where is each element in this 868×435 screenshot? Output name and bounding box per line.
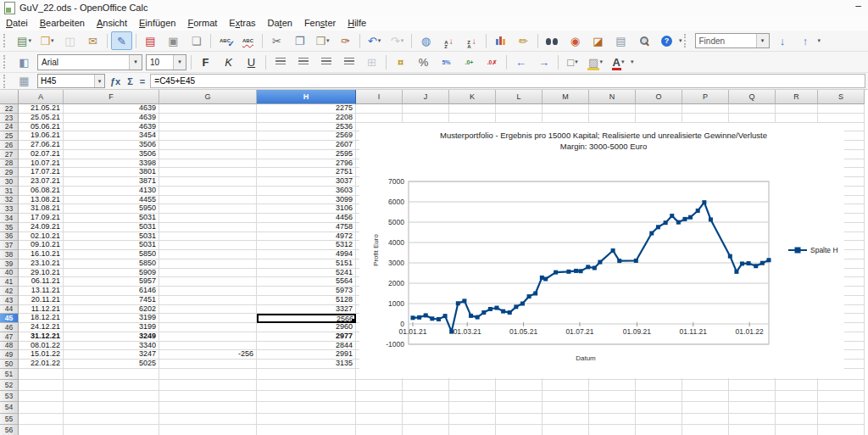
cell-G24[interactable] xyxy=(159,123,257,132)
column-header-J[interactable]: J xyxy=(403,90,449,104)
cell-G34[interactable] xyxy=(159,214,257,223)
cell-G29[interactable] xyxy=(159,168,257,177)
cell-K23[interactable] xyxy=(449,114,496,123)
column-header-G[interactable]: G xyxy=(159,90,257,104)
column-header-A[interactable]: A xyxy=(19,90,64,104)
cell-F51[interactable] xyxy=(64,369,159,380)
navigator-button[interactable]: ◉ xyxy=(565,31,586,50)
cell-S54[interactable] xyxy=(818,402,865,413)
cell-F54[interactable] xyxy=(64,402,159,413)
font-size-dropdown-icon[interactable]: ▾ xyxy=(173,55,186,70)
cell-Q54[interactable] xyxy=(729,402,776,413)
cell-H50[interactable]: 3135 xyxy=(257,360,356,369)
cell-H39[interactable]: 5151 xyxy=(257,259,356,269)
cell-G25[interactable] xyxy=(159,131,257,141)
column-header-R[interactable]: R xyxy=(776,90,818,104)
cell-F41[interactable]: 5957 xyxy=(64,277,159,287)
styles-and-formatting-button[interactable]: ◧ xyxy=(14,53,35,71)
find-next-button[interactable]: ↓ xyxy=(772,31,793,50)
cell-M23[interactable] xyxy=(542,114,589,123)
cell-Q23[interactable] xyxy=(729,114,776,123)
cell-G49[interactable]: -256 xyxy=(159,350,257,360)
column-header-L[interactable]: L xyxy=(496,90,542,104)
cell-H40[interactable]: 5241 xyxy=(257,269,356,278)
cell-A43[interactable]: 20.11.21 xyxy=(19,296,64,305)
cell-H37[interactable]: 5312 xyxy=(257,241,356,250)
autospellcheck-button[interactable]: ABC xyxy=(237,31,259,50)
cell-F45[interactable]: 3199 xyxy=(64,314,159,323)
increase-indent-button[interactable]: → xyxy=(533,53,554,71)
cell-G52[interactable] xyxy=(159,380,257,391)
paste-button[interactable]: ❒▾ xyxy=(312,31,333,50)
font-color-button[interactable]: A▾ xyxy=(608,53,629,71)
cell-H26[interactable]: 2607 xyxy=(257,141,356,150)
cell-I53[interactable] xyxy=(356,391,403,402)
cell-N23[interactable] xyxy=(589,114,636,123)
cell-A31[interactable]: 06.08.21 xyxy=(19,187,64,196)
cell-J22[interactable] xyxy=(403,104,449,114)
row-header-28[interactable]: 28 xyxy=(0,159,19,169)
row-header-35[interactable]: 35 xyxy=(0,223,19,232)
cell-H27[interactable]: 2595 xyxy=(257,150,356,159)
row-header-56[interactable]: 56 xyxy=(0,425,19,435)
cell-G51[interactable] xyxy=(159,369,257,380)
toolbar-overflow-icon[interactable]: ▾ xyxy=(679,37,682,44)
column-header-F[interactable]: F xyxy=(64,90,159,104)
cell-A50[interactable]: 22.01.22 xyxy=(19,360,64,369)
cell-H52[interactable] xyxy=(257,380,356,391)
toolbar-grip[interactable] xyxy=(3,34,9,47)
cell-K22[interactable] xyxy=(449,104,496,114)
cell-F22[interactable]: 4639 xyxy=(64,104,159,114)
cell-G26[interactable] xyxy=(159,141,257,150)
cell-A45[interactable]: 18.12.21 xyxy=(19,314,64,323)
font-size-combo[interactable]: 10▾ xyxy=(146,54,186,70)
cell-A40[interactable]: 29.10.21 xyxy=(19,269,64,278)
cell-O22[interactable] xyxy=(636,104,682,114)
cell-J53[interactable] xyxy=(403,391,449,402)
row-header-38[interactable]: 38 xyxy=(0,250,19,259)
cell-A51[interactable] xyxy=(19,369,64,380)
cell-F40[interactable]: 5909 xyxy=(64,269,159,278)
row-header-29[interactable]: 29 xyxy=(0,168,19,177)
row-header-24[interactable]: 24 xyxy=(0,123,19,132)
cell-R52[interactable] xyxy=(776,380,818,391)
cell-F55[interactable] xyxy=(64,414,159,425)
row-header-49[interactable]: 49 xyxy=(0,350,19,360)
cell-F27[interactable]: 3506 xyxy=(64,150,159,159)
cell-A27[interactable]: 02.07.21 xyxy=(19,150,64,159)
cell-S53[interactable] xyxy=(818,391,865,402)
cell-A49[interactable]: 15.01.22 xyxy=(19,350,64,360)
row-header-26[interactable]: 26 xyxy=(0,141,19,150)
row-header-31[interactable]: 31 xyxy=(0,187,19,196)
cell-S55[interactable] xyxy=(818,414,865,425)
row-header-46[interactable]: 46 xyxy=(0,323,19,332)
menu-daten[interactable]: Daten xyxy=(262,17,298,29)
row-header-44[interactable]: 44 xyxy=(0,305,19,315)
cell-F34[interactable]: 5031 xyxy=(64,214,159,223)
row-header-25[interactable]: 25 xyxy=(0,131,19,141)
cell-P23[interactable] xyxy=(682,114,729,123)
find-toolbar-grip[interactable] xyxy=(684,34,690,47)
insert-chart-button[interactable] xyxy=(490,31,511,50)
cell-H48[interactable]: 2844 xyxy=(257,342,356,351)
cell-G40[interactable] xyxy=(159,269,257,278)
cell-H25[interactable]: 2569 xyxy=(257,131,356,141)
cell-M54[interactable] xyxy=(542,402,589,413)
cell-F37[interactable]: 5031 xyxy=(64,241,159,250)
merge-cells-button[interactable]: ⊞ xyxy=(361,53,382,71)
row-header-54[interactable]: 54 xyxy=(0,402,19,413)
cell-H47[interactable]: 2977 xyxy=(257,332,356,342)
cell-J23[interactable] xyxy=(403,114,449,123)
formatting-overflow-icon[interactable]: ▾ xyxy=(631,59,634,65)
cell-N22[interactable] xyxy=(589,104,636,114)
sort-ascending-button[interactable]: AZ↓ xyxy=(438,31,459,50)
cell-F29[interactable]: 3801 xyxy=(64,168,159,177)
cell-A56[interactable] xyxy=(19,425,64,435)
menu-einfgen[interactable]: Einfügen xyxy=(133,17,181,29)
cell-A29[interactable]: 17.07.21 xyxy=(19,168,64,177)
cell-A46[interactable]: 24.12.21 xyxy=(19,323,64,332)
cut-button[interactable]: ✂ xyxy=(266,31,287,50)
cell-M56[interactable] xyxy=(542,425,589,435)
cell-A35[interactable]: 24.09.21 xyxy=(19,223,64,232)
row-header-36[interactable]: 36 xyxy=(0,232,19,242)
